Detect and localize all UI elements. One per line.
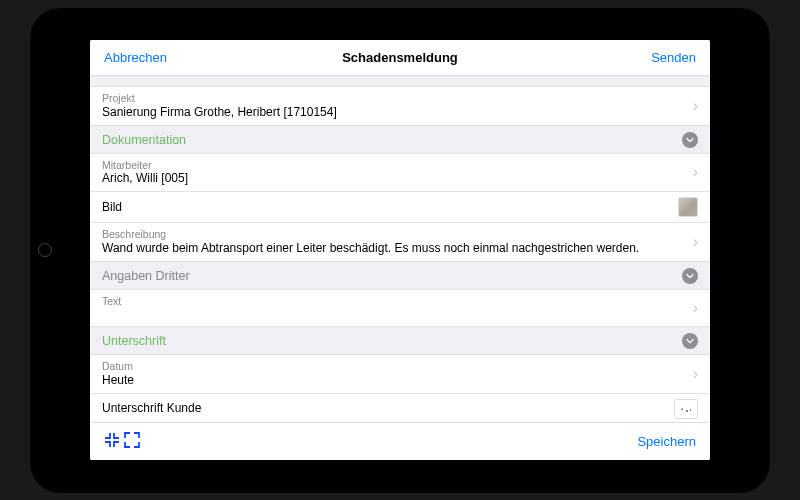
save-button[interactable]: Speichern [637,434,696,449]
cancel-button[interactable]: Abbrechen [104,50,167,65]
chevron-right-icon: › [693,234,698,250]
field-value: Arich, Willi [005] [102,171,693,186]
device-frame: Abbrechen Schadensmeldung Senden Projekt… [30,8,770,493]
field-label: Unterschrift Kunde [102,401,674,416]
app-screen: Abbrechen Schadensmeldung Senden Projekt… [90,40,710,460]
signature-thumbnail [674,399,698,419]
section-header-signature[interactable]: Unterschrift [90,327,710,354]
field-value [102,307,693,321]
chevron-right-icon: › [693,98,698,114]
section-header-third-party[interactable]: Angaben Dritter [90,262,710,289]
row-date[interactable]: Datum Heute › [90,354,710,394]
row-customer-signature[interactable]: Unterschrift Kunde [90,394,710,422]
field-label: Beschreibung [102,228,693,241]
form-content: Projekt Sanierung Firma Grothe, Heribert… [90,76,710,422]
expand-icon[interactable] [124,432,140,452]
section-title: Unterschrift [102,334,166,348]
field-label: Text [102,295,693,308]
section-title: Dokumentation [102,133,186,147]
resize-controls[interactable] [104,432,140,452]
field-label: Projekt [102,92,693,105]
row-image[interactable]: Bild [90,192,710,223]
section-title: Angaben Dritter [102,269,190,283]
navbar: Abbrechen Schadensmeldung Senden [90,40,710,76]
field-label: Datum [102,360,693,373]
collapse-toggle-icon[interactable] [682,132,698,148]
bottom-toolbar: Speichern [90,422,710,460]
row-project[interactable]: Projekt Sanierung Firma Grothe, Heribert… [90,86,710,126]
send-button[interactable]: Senden [651,50,696,65]
image-thumbnail [678,197,698,217]
chevron-right-icon: › [693,300,698,316]
contract-icon[interactable] [104,432,120,452]
field-value: Wand wurde beim Abtransport einer Leiter… [102,241,693,256]
spacer [90,76,710,86]
collapse-toggle-icon[interactable] [682,333,698,349]
field-label: Mitarbeiter [102,159,693,172]
chevron-right-icon: › [693,366,698,382]
row-employee[interactable]: Mitarbeiter Arich, Willi [005] › [90,153,710,193]
home-button[interactable] [38,243,52,257]
field-label: Bild [102,200,678,215]
row-third-party-text[interactable]: Text › [90,289,710,328]
field-value: Sanierung Firma Grothe, Heribert [171015… [102,105,693,120]
chevron-right-icon: › [693,164,698,180]
row-description[interactable]: Beschreibung Wand wurde beim Abtransport… [90,223,710,262]
field-value: Heute [102,373,693,388]
section-header-documentation[interactable]: Dokumentation [90,126,710,153]
page-title: Schadensmeldung [342,50,458,65]
collapse-toggle-icon[interactable] [682,268,698,284]
